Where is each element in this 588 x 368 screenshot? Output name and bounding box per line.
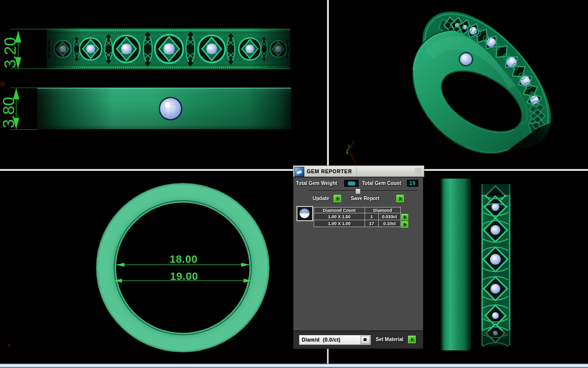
svg-text:18.00: 18.00 [170, 253, 198, 265]
